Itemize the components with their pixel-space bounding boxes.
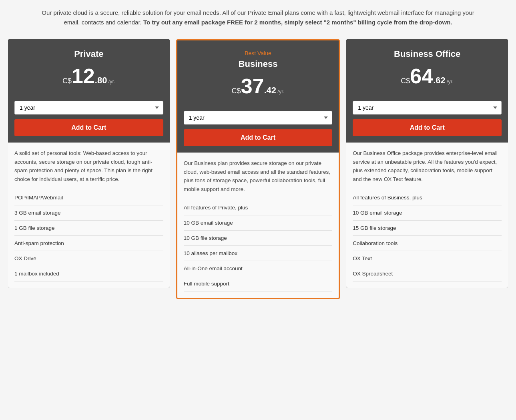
price-decimal: .42 (264, 85, 276, 96)
feature-item: 3 GB email storage (14, 205, 163, 221)
plan-body: Our Business Office package provides ent… (346, 143, 508, 288)
plan-description: Our Business Office package provides ent… (353, 149, 502, 183)
billing-cycle-select[interactable]: 1 year2 months (184, 111, 333, 125)
billing-cycle-select[interactable]: 1 year2 months (353, 101, 502, 115)
plan-features-list: All features of Business, plus10 GB emai… (353, 190, 502, 281)
price-currency: C$ (401, 77, 410, 85)
plan-header: Best Value Business C$ 37 .42 /yr. (177, 40, 339, 111)
plan-features-list: POP/IMAP/Webmail3 GB email storage1 GB f… (14, 190, 163, 281)
feature-item: 10 aliases per mailbox (184, 246, 333, 261)
feature-item: OX Spreadsheet (353, 266, 502, 281)
price-decimal: .62 (433, 75, 446, 86)
plan-private: Private C$ 12 .80 /yr. 1 year2 months Ad… (8, 39, 170, 288)
feature-item: All features of Private, plus (184, 200, 333, 215)
plan-select-wrap: 1 year2 months (8, 101, 170, 119)
plan-header: Business Office C$ 64 .62 /yr. (346, 39, 508, 101)
plan-description: A solid set of personal tools: Web-based… (14, 149, 163, 183)
plan-header: Private C$ 12 .80 /yr. (8, 39, 170, 101)
feature-item: All features of Business, plus (353, 190, 502, 205)
feature-item: 10 GB email storage (184, 215, 333, 231)
plan-name: Private (16, 49, 162, 59)
feature-item: 15 GB file storage (353, 221, 502, 236)
plan-features-list: All features of Private, plus10 GB email… (184, 200, 333, 291)
add-to-cart-button[interactable]: Add to Cart (353, 119, 502, 136)
plan-name: Business (185, 59, 331, 69)
feature-item: 10 GB file storage (184, 231, 333, 246)
feature-item: OX Drive (14, 251, 163, 266)
feature-item: Anti-spam protection (14, 236, 163, 251)
price-amount: 64 (410, 66, 433, 86)
feature-item: 1 GB file storage (14, 221, 163, 236)
plan-business: Best Value Business C$ 37 .42 /yr. 1 yea… (176, 39, 340, 299)
price-currency: C$ (232, 87, 241, 95)
feature-item: Collaboration tools (353, 236, 502, 251)
plan-body: Our Business plan provides secure storag… (177, 153, 339, 298)
plan-description: Our Business plan provides secure storag… (184, 159, 333, 193)
feature-item: POP/IMAP/Webmail (14, 190, 163, 205)
feature-item: All-in-One email account (184, 261, 333, 276)
feature-item: 1 mailbox included (14, 266, 163, 281)
intro-text: Our private cloud is a secure, reliable … (38, 8, 478, 27)
price-amount: 37 (241, 76, 264, 96)
plan-name: Business Office (354, 49, 500, 59)
price-period: /yr. (447, 78, 454, 84)
plan-price: C$ 64 .62 /yr. (354, 66, 500, 86)
billing-cycle-select[interactable]: 1 year2 months (14, 101, 163, 115)
feature-item: 10 GB email storage (353, 205, 502, 221)
add-to-cart-button[interactable]: Add to Cart (14, 119, 163, 136)
best-value-label: Best Value (185, 50, 331, 56)
plan-select-wrap: 1 year2 months (177, 111, 339, 129)
add-to-cart-button[interactable]: Add to Cart (184, 129, 333, 146)
feature-item: Full mobile support (184, 276, 333, 291)
price-currency: C$ (62, 77, 72, 85)
price-decimal: .80 (95, 75, 107, 86)
intro-section: Our private cloud is a secure, reliable … (8, 8, 508, 27)
price-period: /yr. (277, 88, 284, 94)
plan-body: A solid set of personal tools: Web-based… (8, 143, 170, 288)
plans-container: Private C$ 12 .80 /yr. 1 year2 months Ad… (8, 39, 508, 299)
feature-item: OX Text (353, 251, 502, 266)
price-period: /yr. (108, 78, 115, 84)
plan-select-wrap: 1 year2 months (346, 101, 508, 119)
plan-price: C$ 12 .80 /yr. (16, 66, 162, 86)
price-amount: 12 (72, 66, 95, 86)
plan-business-office: Business Office C$ 64 .62 /yr. 1 year2 m… (346, 39, 508, 288)
plan-price: C$ 37 .42 /yr. (185, 76, 331, 96)
